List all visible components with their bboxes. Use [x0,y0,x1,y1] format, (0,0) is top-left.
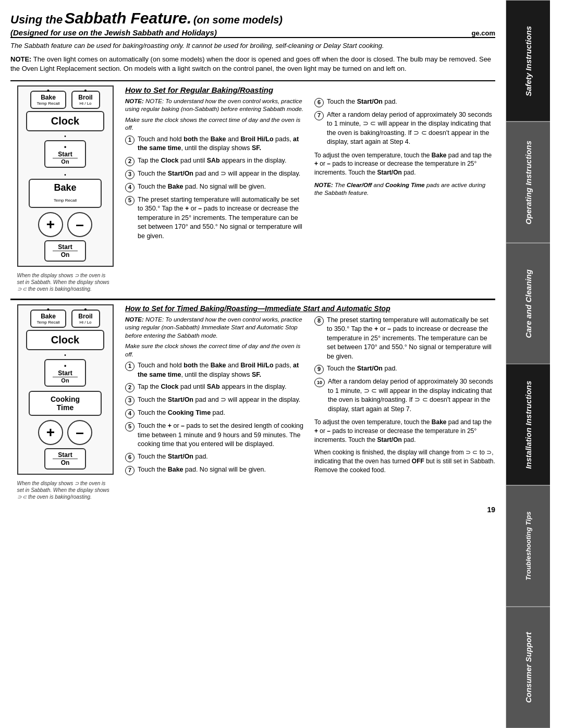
step-num: 6 [125,453,134,462]
step-num: 7 [125,466,134,475]
clock-btn-2: Clock [26,330,104,350]
step-content: Touch the Cooking Time pad. [138,409,306,418]
top-btn-row-1: Bake Temp Recall Broil Hi / Lo [30,91,100,109]
step-content: Touch the Bake pad. No signal will be gi… [138,465,306,475]
title-suffix: (on some models) [193,14,283,26]
section2-col-left: NOTE: NOTE: To understand how the oven c… [125,316,306,478]
step-num: 2 [125,383,134,392]
section2-adjust-text: To adjust the oven temperature, touch th… [314,418,495,444]
cooking-time-btn-2: Cooking Time [29,391,102,416]
section1-adjust-text: To adjust the oven temperature, touch th… [314,151,495,177]
step-item: 3 Touch the Start/On pad and ⊃ will appe… [125,169,306,179]
step-item: 2 Tap the Clock pad until SAb appears in… [125,382,306,392]
sidebar-installation: Installation Instructions [506,364,550,485]
start-btn2-1: Start On [44,240,86,262]
step-item: 7 Touch the Bake pad. No signal will be … [125,465,306,475]
control-diagram-1: Bake Temp Recall Broil Hi / Lo Clock • S… [17,85,114,267]
diagram2-caption: When the display shows ⊃ the oven is set… [17,480,114,500]
page-container: Using the Sabbath Feature. (on some mode… [0,0,563,728]
step-num: 4 [125,183,134,192]
step-content: Touch and hold both the Bake and Broil H… [138,135,306,153]
section-divider-1 [10,80,495,81]
section1-note-pre2: Make sure the clock shows the correct ti… [125,116,306,132]
step-content: Touch the Start/On pad. [327,97,495,107]
clock-btn-1: Clock [26,111,104,131]
broil-btn-2: Broil Hi / Lo [71,310,100,328]
step-num: 1 [125,362,134,371]
section1-steps-left: 1 Touch and hold both the Bake and Broil… [125,135,306,241]
step-content: Touch the Start/On pad and ⊃ will appear… [138,169,306,179]
page-title: Using the Sabbath Feature. (on some mode… [10,9,495,27]
section1-steps-panel: How to Set for Regular Baking/Roasting N… [125,85,495,292]
sidebar-care: Care and Cleaning [506,243,550,364]
right-sidebar: Safety Instructions Operating Instructio… [506,0,550,728]
step-num: 4 [125,409,134,418]
step-item: 5 The preset starting temperature will a… [125,195,306,241]
plus-minus-row-1: + – [38,212,92,237]
step-item: 9 Touch the Start/On pad. [314,364,495,374]
section2-steps-right: 8 The preset starting temperature will a… [314,316,495,414]
step-num: 2 [125,157,134,166]
section2-steps-panel: How to Set for Timed Baking/Roasting—Imm… [125,304,495,500]
diagram1-panel: Bake Temp Recall Broil Hi / Lo Clock • S… [10,85,120,292]
step-content: The preset starting temperature will aut… [327,316,495,362]
diagram2-panel: Bake Temp Recall Broil Hi / Lo Clock • S… [10,304,120,500]
start-btn-2: Start On [44,359,86,387]
step-content: Touch the Start/On pad and ⊃ will appear… [138,396,306,405]
note-text: NOTE: The oven light comes on automatica… [10,55,495,73]
minus-btn-2: – [67,420,92,445]
step-item: 5 Touch the + or – pads to set the desir… [125,422,306,449]
section1-col-left: NOTE: NOTE: To understand how the oven c… [125,97,306,244]
step-num: 5 [125,422,134,431]
step-content: Tap the Clock pad until SAb appears in t… [138,382,306,392]
step-num: 7 [314,111,324,120]
step-num: 5 [125,196,134,205]
section1-block: Bake Temp Recall Broil Hi / Lo Clock • S… [10,85,495,292]
sidebar-safety: Safety Instructions [506,0,550,121]
section1-two-col: NOTE: NOTE: To understand how the oven c… [125,97,495,244]
step-content: Touch the Start/On pad. [138,452,306,462]
step-item: 4 Touch the Bake pad. No signal will be … [125,182,306,192]
section-divider-2 [10,299,495,300]
step-num: 9 [314,365,324,374]
step-item: 10 After a random delay period of approx… [314,377,495,414]
step-content: Touch the Start/On pad. [327,364,495,374]
plus-btn-1: + [38,212,63,237]
section2-steps-left: 1 Touch and hold both the Bake and Broil… [125,361,306,475]
sidebar-troubleshooting: Troubleshooting Tips [506,485,550,607]
broil-btn-1: Broil Hi / Lo [71,91,100,109]
section2-end-text: When cooking is finished, the display wi… [314,448,495,474]
note-body: The oven light comes on automatically (o… [10,55,491,72]
step-content: Tap the Clock pad until SAb appears in t… [138,156,306,166]
step-content: Touch the + or – pads to set the desired… [138,422,306,449]
section2-col-right: 8 The preset starting temperature will a… [314,316,495,478]
step-content: After a random delay period of approxima… [327,110,495,147]
title-main: Sabbath Feature. [65,9,191,27]
bake-btn-1: Bake Temp Recall [30,91,66,109]
sidebar-consumer: Consumer Support [506,607,550,728]
plus-btn-2: + [38,420,63,445]
section2-two-col: NOTE: NOTE: To understand how the oven c… [125,316,495,478]
step-num: 10 [314,378,325,387]
step-item: 6 Touch the Start/On pad. [125,452,306,462]
sidebar-operating: Operating Instructions [506,121,550,243]
step-num: 3 [125,396,134,405]
main-content: Using the Sabbath Feature. (on some mode… [0,0,506,728]
step-item: 7 After a random delay period of approxi… [314,110,495,147]
subtitle: (Designed for use on the Jewish Sabbath … [10,28,217,37]
step-num: 6 [314,98,324,107]
step-item: 1 Touch and hold both the Bake and Broil… [125,135,306,153]
step-item: 2 Tap the Clock pad until SAb appears in… [125,156,306,166]
page-number: 19 [10,505,495,514]
bake-main-btn-1: Bake Temp Recall [29,179,102,208]
step-content: After a random delay period of approxima… [328,377,495,414]
step-item: 6 Touch the Start/On pad. [314,97,495,107]
top-btn-row-2: Bake Temp Recall Broil Hi / Lo [30,310,100,328]
section2-note-pre2: Make sure the clock shows the correct ti… [125,342,306,359]
ge-com: ge.com [471,29,495,37]
section1-heading: How to Set for Regular Baking/Roasting [125,85,495,94]
title-prefix: Using the [10,13,63,26]
section2-note-pre: NOTE: NOTE: To understand how the oven c… [125,316,306,340]
step-content: Touch and hold both the Bake and Broil H… [138,361,306,379]
step-num: 8 [314,316,324,326]
